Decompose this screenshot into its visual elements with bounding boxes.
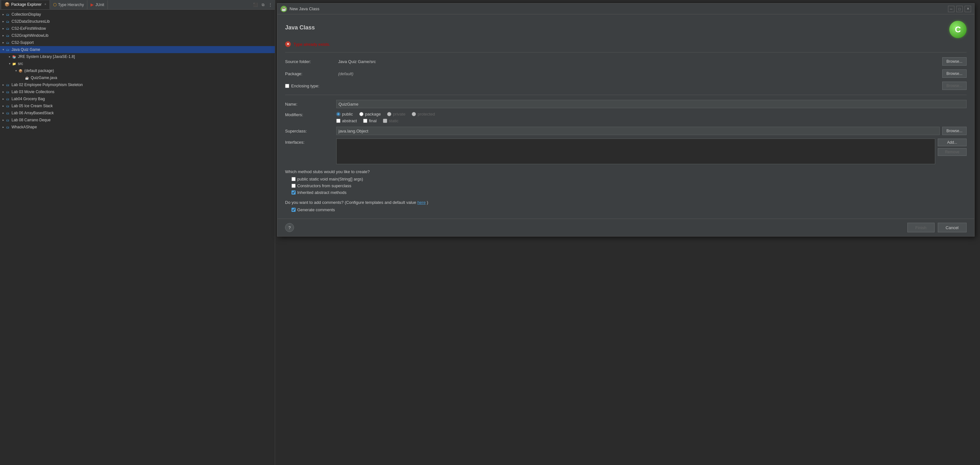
interfaces-label: Interfaces: xyxy=(285,139,336,145)
dialog-footer: ? Finish Cancel xyxy=(277,218,974,236)
list-item[interactable]: 🗂 CS2-ExFirstWindow xyxy=(0,25,275,32)
modifier-package[interactable]: package xyxy=(359,112,381,116)
tree-arrow-quizgame xyxy=(21,76,24,80)
tab-menu-btn[interactable]: ⋮ xyxy=(267,2,274,8)
modifier-protected[interactable]: protected xyxy=(412,112,435,116)
tab-restore-btn[interactable]: ⧉ xyxy=(261,2,266,8)
new-java-class-dialog: ☕ New Java Class ─ □ ✕ Java Class C ✕ Ty… xyxy=(277,3,975,237)
tree-arrow-lab02 xyxy=(1,83,5,87)
help-btn[interactable]: ? xyxy=(285,223,294,232)
project-icon-lab02: 🗂 xyxy=(5,82,10,88)
tree-label: CollectionDisplay xyxy=(11,12,41,17)
tree-arrow-lab08 xyxy=(1,118,5,122)
finish-btn: Finish xyxy=(907,223,935,232)
modifier-public[interactable]: public xyxy=(336,112,353,116)
tree-arrow-cs2ex xyxy=(1,27,5,30)
project-icon-lab04: 🗂 xyxy=(5,96,10,102)
stub-main-method[interactable]: public static void main(String[] args) xyxy=(291,177,967,182)
list-item[interactable]: 🗂 CS2DataStructuresLib xyxy=(0,18,275,25)
comments-link[interactable]: here xyxy=(417,200,426,205)
modifier-static[interactable]: static xyxy=(383,118,398,123)
superclass-row: Superclass: Browse... xyxy=(285,126,967,135)
list-item[interactable]: 🗂 Lab 02 Employee Polymorphism Skeleton xyxy=(0,81,275,88)
comments-section: Do you want to add comments? (Configure … xyxy=(285,200,967,212)
list-item[interactable]: 🗂 CS2-Support xyxy=(0,39,275,46)
tree-label: CS2-ExFirstWindow xyxy=(11,26,46,31)
enclosing-type-checkbox[interactable] xyxy=(285,84,289,88)
list-item[interactable]: ☕ QuizGame.java xyxy=(0,74,275,81)
generate-comments-checkbox[interactable]: Generate comments xyxy=(291,207,967,212)
tree-label: Java Quiz Game xyxy=(11,47,40,52)
superclass-browse-btn[interactable]: Browse... xyxy=(942,127,967,135)
list-item[interactable]: 🗂 Lab 05 Ice Cream Stack xyxy=(0,102,275,110)
tree-label: Lab 02 Employee Polymorphism Skeleton xyxy=(11,83,83,87)
dialog-section-title: Java Class xyxy=(285,24,315,31)
tab-junit-label: JUnit xyxy=(95,3,104,7)
cancel-btn[interactable]: Cancel xyxy=(938,223,967,232)
list-item[interactable]: 🗂 Lab 08 Carrano Deque xyxy=(0,116,275,124)
tree-arrow-cs2data xyxy=(1,19,5,23)
name-row: Name: xyxy=(285,100,967,108)
list-item[interactable]: 🗂 Java Quiz Game xyxy=(0,46,275,53)
tab-package-explorer[interactable]: 📦 Package Explorer × xyxy=(1,0,50,9)
separator-top xyxy=(285,52,967,53)
source-folder-label: Source folder: xyxy=(285,59,336,64)
error-icon: ✕ xyxy=(285,41,291,47)
list-item[interactable]: 📦 (default package) xyxy=(0,67,275,74)
modifiers-label: Modifiers: xyxy=(285,112,336,117)
dialog-close-btn[interactable]: ✕ xyxy=(965,6,971,12)
source-folder-row: Source folder: Java Quiz Game/src Browse… xyxy=(285,57,967,66)
list-item[interactable]: 🗂 Lab 03 Movie Collections xyxy=(0,88,275,96)
tab-package-explorer-label: Package Explorer xyxy=(11,2,41,7)
list-item[interactable]: 🗂 Lab 06 ArrayBasedStack xyxy=(0,110,275,116)
modifier-private[interactable]: private xyxy=(387,112,406,116)
tree-arrow-cs2graph xyxy=(1,33,5,37)
ide-panel: 📦 Package Explorer × ⬡ Type Hierarchy ▶ … xyxy=(0,0,275,465)
modifier-final[interactable]: final xyxy=(363,118,377,123)
tree-label: WhackAShape xyxy=(11,125,37,129)
list-item[interactable]: 🗂 WhackAShape xyxy=(0,124,275,131)
dialog-titlebar: ☕ New Java Class ─ □ ✕ xyxy=(277,3,974,14)
tab-junit[interactable]: ▶ JUnit xyxy=(88,0,108,9)
tree-arrow-lab06 xyxy=(1,111,5,115)
list-item[interactable]: 📚 JRE System Library [JavaSE-1.8] xyxy=(0,53,275,60)
stub-constructors[interactable]: Constructors from superclass xyxy=(291,183,967,188)
project-icon-collection: 🗂 xyxy=(5,12,10,17)
tree-view: 🗂 CollectionDisplay 🗂 CS2DataStructuresL… xyxy=(0,10,275,465)
package-label: Package: xyxy=(285,72,336,76)
tab-package-explorer-close[interactable]: × xyxy=(45,3,46,6)
dialog-maximize-btn[interactable]: □ xyxy=(956,6,963,12)
tree-arrow-lab03 xyxy=(1,90,5,94)
list-item[interactable]: 🗂 CollectionDisplay xyxy=(0,11,275,18)
tree-label: Lab 05 Ice Cream Stack xyxy=(11,104,53,108)
source-folder-browse-btn[interactable]: Browse... xyxy=(942,57,967,65)
tab-minimize-btn[interactable]: ⬛ xyxy=(252,2,259,8)
name-input[interactable] xyxy=(336,100,967,108)
list-item[interactable]: 📁 src xyxy=(0,60,275,67)
stubs-list: public static void main(String[] args) C… xyxy=(291,177,967,195)
footer-buttons: Finish Cancel xyxy=(907,223,967,232)
dialog-minimize-btn[interactable]: ─ xyxy=(948,6,955,12)
stub-inherited-abstract[interactable]: Inherited abstract methods xyxy=(291,190,967,195)
tab-type-hierarchy[interactable]: ⬡ Type Hierarchy xyxy=(50,0,88,9)
project-icon-lab08: 🗂 xyxy=(5,118,10,123)
tab-type-hierarchy-label: Type Hierarchy xyxy=(58,3,84,7)
project-icon-lab05: 🗂 xyxy=(5,104,10,108)
dialog-title-text: New Java Class xyxy=(290,6,945,11)
package-icon: 📦 xyxy=(18,68,23,73)
interfaces-add-btn[interactable]: Add... xyxy=(938,139,967,146)
tree-label: CS2-Support xyxy=(11,40,33,45)
junit-icon: ▶ xyxy=(91,2,94,7)
list-item[interactable]: 🗂 Lab04 Grocery Bag xyxy=(0,96,275,102)
tree-label: Lab 03 Movie Collections xyxy=(11,89,54,94)
tree-arrow-whack xyxy=(1,125,5,129)
error-message: Type already exists. xyxy=(293,42,330,47)
dialog-title-icon: ☕ xyxy=(281,6,287,12)
enclosing-type-browse-btn: Browse... xyxy=(942,81,967,90)
superclass-input[interactable] xyxy=(336,127,940,135)
package-explorer-icon: 📦 xyxy=(5,2,10,7)
package-browse-btn[interactable]: Browse... xyxy=(942,70,967,78)
list-item[interactable]: 🗂 CS2GraphWindowLib xyxy=(0,32,275,39)
modifier-abstract[interactable]: abstract xyxy=(336,118,357,123)
tree-arrow-collection xyxy=(1,13,5,16)
